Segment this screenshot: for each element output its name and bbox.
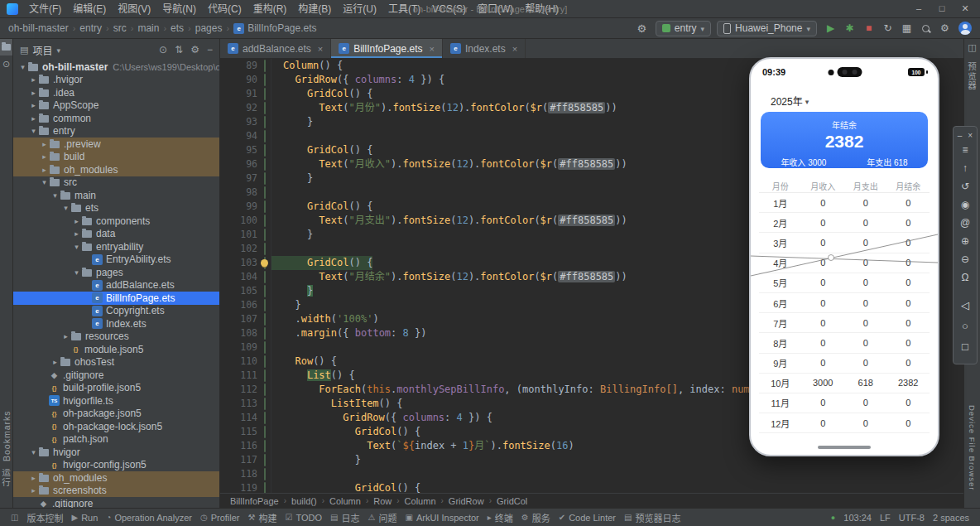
tree-item[interactable]: ▾oh-bill-masterC:\Users\ws199\Desktop\oh… bbox=[13, 60, 219, 74]
locate-icon[interactable]: ⊙ bbox=[159, 44, 167, 55]
editor-breadcrumb-item[interactable]: Row bbox=[373, 496, 392, 506]
tree-chevron-icon[interactable]: ▾ bbox=[40, 178, 49, 186]
status-item-run[interactable]: ▶Run bbox=[67, 509, 102, 526]
status-item-line-separator[interactable]: LF bbox=[876, 509, 895, 526]
tree-item[interactable]: ▸AppScope bbox=[13, 99, 219, 113]
status-item-services[interactable]: ⚙服务 bbox=[517, 509, 555, 526]
status-item-problems[interactable]: ⚠问题 bbox=[364, 509, 401, 526]
sync-icon[interactable]: ↻ bbox=[880, 21, 896, 36]
avatar[interactable] bbox=[958, 22, 972, 35]
code-line[interactable]: 119 GridCol() { bbox=[220, 481, 963, 493]
menu-item[interactable]: 导航(N) bbox=[156, 0, 202, 18]
intention-bulb-icon[interactable] bbox=[261, 259, 268, 267]
minimize-icon[interactable]: – bbox=[907, 3, 930, 14]
debug-icon[interactable]: ✱ bbox=[842, 21, 858, 36]
project-tool-icon[interactable] bbox=[0, 39, 12, 55]
tree-item[interactable]: {}patch.json bbox=[13, 433, 219, 446]
tree-item[interactable]: ▾ets bbox=[13, 202, 219, 215]
volume-down-icon[interactable]: ⊖ bbox=[954, 250, 977, 268]
editor-breadcrumb-item[interactable]: GridCol bbox=[497, 496, 527, 506]
editor-breadcrumb-item[interactable]: BillInfoPage bbox=[230, 496, 279, 506]
tree-item[interactable]: eBillInfoPage.ets bbox=[13, 292, 219, 305]
run-config-select[interactable]: entry bbox=[656, 21, 711, 36]
tree-item[interactable]: {}oh-package.json5 bbox=[13, 408, 219, 421]
previewer-tool-label[interactable]: 预览器 bbox=[964, 62, 980, 120]
tree-item[interactable]: {}build-profile.json5 bbox=[13, 382, 219, 395]
status-item-build[interactable]: ⚒构建 bbox=[244, 509, 281, 526]
rotate-icon[interactable]: ↺ bbox=[954, 177, 977, 195]
tree-chevron-icon[interactable]: ▸ bbox=[29, 101, 38, 109]
tree-chevron-icon[interactable]: ▸ bbox=[29, 89, 38, 97]
table-row[interactable]: 8月000 bbox=[759, 333, 930, 353]
tree-item[interactable]: ▸.preview bbox=[13, 138, 219, 151]
tree-item[interactable]: {}oh-package-lock.json5 bbox=[13, 420, 219, 433]
minimize-icon[interactable]: – bbox=[958, 131, 963, 140]
tree-item[interactable]: eaddBalance.ets bbox=[13, 279, 219, 292]
home-icon[interactable]: ○ bbox=[954, 316, 977, 336]
close-icon[interactable]: × bbox=[512, 44, 517, 54]
status-item-terminal[interactable]: ▸终端 bbox=[483, 509, 517, 526]
tree-chevron-icon[interactable]: ▸ bbox=[29, 75, 38, 84]
expand-collapse-icon[interactable]: ⇅ bbox=[175, 44, 183, 55]
tree-item[interactable]: TShvigorfile.ts bbox=[13, 394, 219, 408]
editor-breadcrumb-item[interactable]: Column bbox=[329, 496, 361, 506]
status-item-indent-style[interactable]: 2 spaces bbox=[929, 509, 973, 526]
tree-item[interactable]: ▸screenshots bbox=[13, 485, 219, 498]
menu-item[interactable]: 运行(U) bbox=[337, 0, 382, 18]
previewer-phone[interactable]: 09:39 100 2025年 年结余 2382 年收入 3000 年支出 bbox=[749, 57, 939, 456]
table-row[interactable]: 11月000 bbox=[759, 393, 930, 413]
tree-chevron-icon[interactable]: ▸ bbox=[61, 332, 70, 340]
settings-icon[interactable]: ⚙ bbox=[937, 21, 953, 36]
table-row[interactable]: 4月000 bbox=[759, 253, 930, 273]
stop-icon[interactable]: ■ bbox=[861, 21, 877, 36]
record-icon[interactable]: ◉ bbox=[954, 195, 977, 214]
tree-item[interactable]: ▸build bbox=[13, 151, 219, 164]
notifications-icon[interactable]: ◫ bbox=[964, 39, 980, 55]
status-item-todo[interactable]: ☑TODO bbox=[281, 509, 327, 526]
tree-item[interactable]: ▸oh_modules bbox=[13, 163, 219, 176]
tree-item[interactable]: ▸oh_modules bbox=[13, 471, 219, 485]
table-row[interactable]: 7月000 bbox=[759, 313, 930, 333]
breadcrumb-item[interactable]: entry bbox=[79, 22, 102, 34]
commit-tool-icon[interactable]: ⊙ bbox=[0, 55, 12, 72]
panel-settings-icon[interactable]: ⚙ bbox=[190, 44, 199, 55]
status-item-operation-analyzer[interactable]: ◔Operation Analyzer bbox=[102, 509, 196, 526]
menu-item[interactable]: 构建(B) bbox=[292, 0, 337, 18]
more-grid-icon[interactable]: ▦ bbox=[899, 21, 915, 36]
tab-Index.ets[interactable]: eIndex.ets× bbox=[443, 39, 526, 58]
tree-item[interactable]: ▸components bbox=[13, 215, 219, 228]
tree-chevron-icon[interactable]: ▾ bbox=[29, 127, 38, 135]
editor-breadcrumb-item[interactable]: Column bbox=[405, 496, 436, 506]
status-ok-icon[interactable]: ● bbox=[827, 509, 839, 526]
close-icon[interactable]: × bbox=[318, 44, 323, 54]
menu-icon[interactable]: ≡ bbox=[954, 141, 977, 159]
tree-item[interactable]: ▾hvigor bbox=[13, 446, 219, 459]
tree-item[interactable]: ▸ohosTest bbox=[13, 356, 219, 369]
tree-chevron-icon[interactable]: ▸ bbox=[40, 152, 49, 161]
status-item-profiler[interactable]: ◷Profiler bbox=[196, 509, 244, 526]
tree-chevron-icon[interactable]: ▸ bbox=[40, 166, 49, 174]
breadcrumb-item[interactable]: oh-bill-master bbox=[8, 22, 69, 34]
tree-item[interactable]: ▸.idea bbox=[13, 86, 219, 99]
table-row[interactable]: 5月000 bbox=[759, 273, 930, 293]
status-item-caret-position[interactable]: 103:24 bbox=[839, 509, 876, 526]
editor-breadcrumb-item[interactable]: build() bbox=[291, 496, 317, 506]
tree-item[interactable]: ▾entryability bbox=[13, 240, 219, 253]
editor-breadcrumb-item[interactable]: GridRow bbox=[449, 496, 484, 506]
table-row[interactable]: 1月000 bbox=[759, 193, 930, 213]
gear-icon[interactable]: ⚙ bbox=[634, 21, 650, 36]
status-item-previewer-log[interactable]: ▤预览器日志 bbox=[620, 509, 685, 526]
breadcrumb-item[interactable]: src bbox=[113, 22, 127, 34]
bell-icon[interactable]: Ω bbox=[954, 268, 977, 287]
tree-chevron-icon[interactable]: ▸ bbox=[40, 140, 49, 148]
tree-item[interactable]: ▸data bbox=[13, 228, 219, 241]
recents-icon[interactable]: □ bbox=[954, 336, 977, 357]
table-row[interactable]: 2月000 bbox=[759, 213, 930, 233]
tree-chevron-icon[interactable]: ▸ bbox=[72, 217, 81, 225]
tree-item[interactable]: ◆.gitignore bbox=[13, 497, 219, 508]
tree-item[interactable]: ▾src bbox=[13, 176, 219, 190]
breadcrumb-item[interactable]: main bbox=[137, 22, 159, 34]
tree-item[interactable]: ▾entry bbox=[13, 125, 219, 138]
menu-item[interactable]: 视图(V) bbox=[112, 0, 156, 18]
tab-addBalance.ets[interactable]: eaddBalance.ets× bbox=[220, 39, 331, 58]
